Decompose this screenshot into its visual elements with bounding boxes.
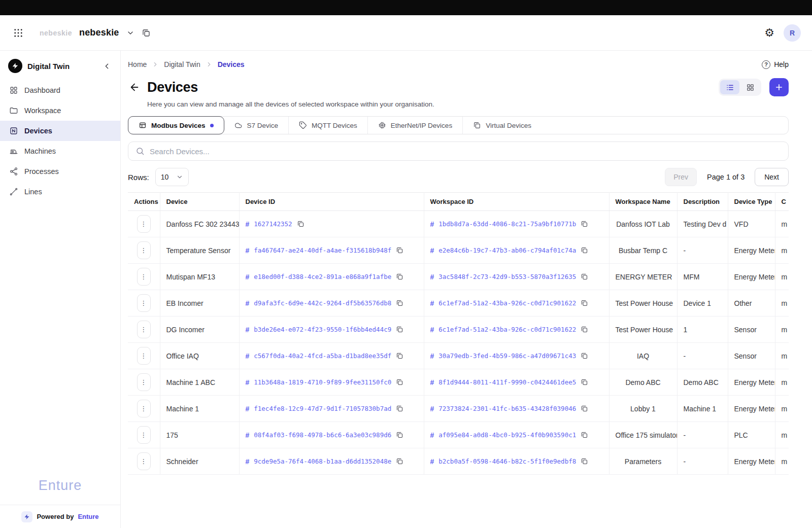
row-actions-button[interactable]: ⋮ (137, 215, 151, 233)
rows-per-page-select[interactable]: 10 (155, 168, 189, 186)
table-row: ⋮ Mutispan MF13 # e18ed00f-d388-4ce2-891… (128, 264, 789, 290)
copy-icon[interactable] (581, 247, 588, 254)
copy-icon[interactable] (396, 352, 403, 360)
settings-gear-icon[interactable]: ⚙ (764, 27, 774, 39)
copy-icon[interactable] (581, 273, 588, 280)
copy-icon[interactable] (581, 457, 588, 465)
row-actions-button[interactable]: ⋮ (137, 400, 151, 417)
workspace-id-value: 8f1d9444-8011-411f-9990-c0424461dee5 (438, 378, 576, 386)
breadcrumb-digital-twin[interactable]: Digital Twin (164, 60, 200, 68)
copy-icon[interactable] (581, 220, 588, 228)
sidebar-item-dashboard[interactable]: Dashboard (0, 80, 120, 100)
row-actions-button[interactable]: ⋮ (137, 268, 151, 286)
table-row: ⋮ DG Incomer # b3de26e4-e072-4f23-9550-1… (128, 316, 789, 343)
row-actions-button[interactable]: ⋮ (137, 347, 151, 365)
copy-icon[interactable] (396, 273, 403, 280)
device-name: Machine 1 (166, 405, 199, 413)
copy-icon[interactable] (396, 457, 403, 465)
copy-icon[interactable] (396, 299, 403, 307)
workspace-id-value: 6c1ef7ad-51a2-43ba-926c-c0d71c901622 (438, 299, 576, 307)
copy-icon[interactable] (581, 405, 588, 412)
hash-icon: # (246, 220, 250, 228)
breadcrumb-home[interactable]: Home (128, 60, 147, 68)
device-id-value: f1ec4fe8-12c9-47d7-9d1f-71057830b7ad (254, 405, 391, 412)
page-info: Page 1 of 3 (707, 173, 745, 181)
sidebar-item-workspace[interactable]: Workspace (0, 100, 120, 121)
sidebar-item-processes[interactable]: Processes (0, 161, 120, 182)
row-actions-button[interactable]: ⋮ (137, 294, 151, 312)
sidebar-collapse-chevron-left-icon[interactable] (100, 60, 113, 73)
help-question-icon: ? (762, 60, 770, 69)
hash-icon: # (246, 247, 250, 255)
row-actions-button[interactable]: ⋮ (137, 241, 151, 259)
device-name: Schneider (166, 457, 198, 466)
hash-icon: # (430, 405, 434, 413)
tab-modbus-devices[interactable]: Modbus Devices (128, 116, 224, 134)
description: - (684, 457, 686, 466)
grid-view-icon[interactable] (740, 80, 760, 94)
col-workspace-name: Workspace Name (609, 193, 677, 211)
user-avatar[interactable]: R (784, 24, 801, 42)
row-actions-button[interactable]: ⋮ (137, 321, 151, 338)
copy-icon[interactable] (396, 405, 403, 412)
copy-icon[interactable] (396, 326, 403, 333)
sidebar-item-machines[interactable]: Machines (0, 141, 120, 161)
copy-icon[interactable] (581, 326, 588, 333)
created-value: m (782, 326, 788, 334)
hash-icon: # (430, 378, 434, 386)
workspace-copy-icon[interactable] (142, 28, 151, 38)
copy-icon[interactable] (581, 431, 588, 439)
workspace-name: Parameters (625, 457, 661, 466)
back-arrow-icon[interactable] (128, 81, 141, 94)
device-id-value: 11b3648a-1819-4710-9f89-9fee31150fc0 (254, 378, 391, 386)
tab-s7-device[interactable]: S7 Device (224, 117, 289, 134)
col-created: C (775, 193, 789, 211)
copy-icon[interactable] (297, 220, 304, 228)
powered-brand-link[interactable]: Enture (78, 513, 98, 520)
hash-icon: # (430, 247, 434, 255)
hash-icon: # (246, 326, 250, 334)
workspace-name: Lobby 1 (630, 405, 656, 413)
search-bar (128, 142, 789, 161)
copy-icon[interactable] (396, 247, 403, 254)
workspace-id-value: 6c1ef7ad-51a2-43ba-926c-c0d71c901622 (438, 326, 576, 333)
copy-icon[interactable] (581, 299, 588, 307)
sidebar-item-label: Lines (24, 188, 42, 196)
tab-ethernet-ip-devices[interactable]: EtherNet/IP Devices (368, 117, 463, 134)
tab-virtual-devices[interactable]: Virtual Devices (463, 117, 542, 134)
col-device: Device (160, 193, 239, 211)
copy-icon[interactable] (581, 352, 588, 360)
page-subtitle: Here you can view and manage all the dev… (147, 100, 789, 108)
app-grid-icon[interactable] (11, 26, 25, 40)
add-device-button[interactable] (769, 78, 789, 96)
copy-icon[interactable] (581, 378, 588, 386)
device-type: Energy Meter (734, 405, 775, 413)
device-type: Energy Meter (734, 247, 775, 255)
search-input[interactable] (150, 147, 781, 156)
description: Testing Dev d (684, 220, 727, 228)
list-view-icon[interactable] (720, 80, 739, 94)
device-name: Office IAQ (166, 352, 199, 360)
org-switcher-chevron-down-icon[interactable] (126, 29, 134, 37)
prev-page-button[interactable]: Prev (665, 168, 697, 186)
col-actions: Actions (128, 193, 160, 211)
workspace-id-value: e2e84c6b-19c7-47b3-ab06-c794af01c74a (438, 247, 576, 254)
row-actions-button[interactable]: ⋮ (137, 452, 151, 470)
sidebar-item-devices[interactable]: Devices (0, 121, 120, 141)
workspace-name: ENERGY METER (616, 273, 672, 281)
tag-icon (299, 121, 307, 129)
copy-icon[interactable] (396, 378, 403, 386)
device-name: Machine 1 ABC (166, 378, 216, 386)
table-row: ⋮ Office IAQ # c567f0da-40a2-4fcd-a5ba-d… (128, 343, 789, 369)
col-device-type: Device Type (728, 193, 775, 211)
sidebar-item-lines[interactable]: Lines (0, 182, 120, 202)
copy-icon[interactable] (396, 431, 403, 439)
help-button[interactable]: ? Help (762, 60, 789, 69)
row-actions-button[interactable]: ⋮ (137, 373, 151, 391)
tab-mqtt-devices[interactable]: MQTT Devices (289, 117, 368, 134)
sidebar-title: Digital Twin (27, 62, 95, 71)
created-value: m (782, 405, 788, 413)
row-actions-button[interactable]: ⋮ (137, 426, 151, 444)
next-page-button[interactable]: Next (755, 168, 789, 186)
device-type: Energy Meter (734, 378, 775, 386)
